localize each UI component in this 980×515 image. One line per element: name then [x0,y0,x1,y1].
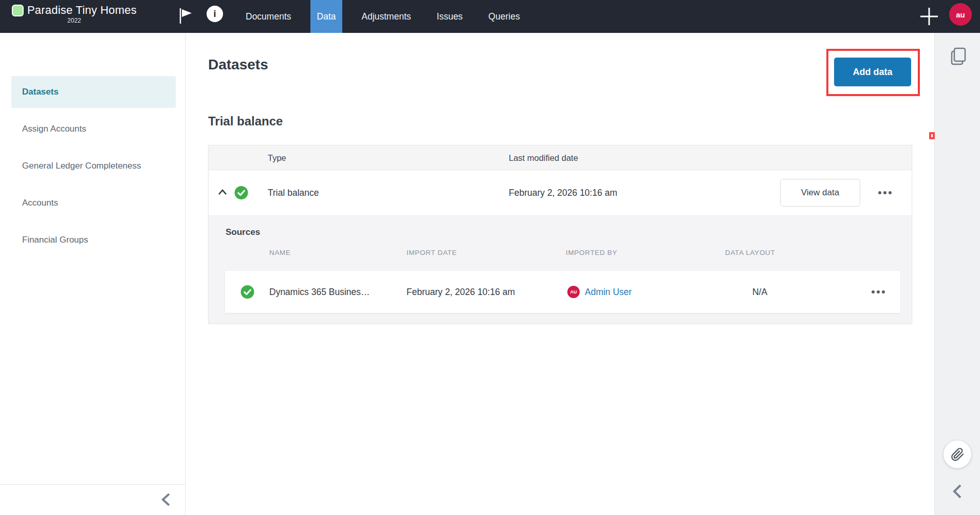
sidebar-item-datasets[interactable]: Datasets [11,76,176,108]
sources-title: Sources [226,227,260,237]
primary-nav: Documents Data Adjustments Issues Querie… [239,0,527,33]
annotation-flag-badge[interactable] [929,132,935,139]
paperclip-icon[interactable] [944,440,971,468]
column-header-last-modified: Last modified date [509,153,578,162]
collapse-chevron-up-icon[interactable] [217,187,228,198]
sidebar-item-label: Assign Accounts [22,124,86,134]
sidebar-item-label: Accounts [22,198,58,208]
engagement-year: 2022 [67,17,81,24]
sidebar-item-financial-groups[interactable]: Financial Groups [11,224,176,256]
status-success-icon [234,186,248,200]
panel-collapse-chevron-left-icon[interactable] [950,483,965,500]
more-options-icon[interactable] [873,191,897,194]
source-import-date-cell: February 2, 2026 10:16 am [406,287,515,298]
sidebar-item-general-ledger-completeness[interactable]: General Ledger Completeness [11,150,176,182]
imported-by-link[interactable]: Admin User [585,287,632,298]
top-navbar: Paradise Tiny Homes 2022 i Documents Dat… [0,0,980,33]
table-row: Trial balance February 2, 2026 10:16 am … [209,170,912,215]
source-name-cell: Dynamics 365 Busines… [269,287,370,298]
tab-adjustments[interactable]: Adjustments [355,0,417,33]
page-title: Datasets [208,57,268,73]
datasets-page: Datasets Add data Trial balance Type Las… [186,33,934,515]
user-avatar[interactable]: au [949,3,972,26]
tab-queries[interactable]: Queries [482,0,526,33]
sidebar-item-label: General Ledger Completeness [22,161,141,171]
flag-icon[interactable] [178,8,194,24]
data-layout-cell: N/A [725,287,794,298]
sidebar-item-label: Financial Groups [22,235,88,245]
sidebar-collapse-chevron-left-icon[interactable] [159,492,173,507]
status-success-icon [241,285,254,299]
more-options-icon[interactable] [866,290,890,293]
right-utility-panel [934,33,980,515]
add-data-button[interactable]: Add data [834,58,911,86]
column-header-type: Type [268,153,286,162]
sidebar-item-assign-accounts[interactable]: Assign Accounts [11,113,176,145]
dataset-type-cell: Trial balance [268,188,319,198]
column-header-import-date: IMPORT DATE [406,249,457,256]
sidebar-footer [0,484,185,515]
entity-logo-icon [12,5,24,16]
trial-balance-section-title: Trial balance [208,114,283,128]
engagement-brand[interactable]: Paradise Tiny Homes 2022 [12,4,137,24]
tab-issues[interactable]: Issues [430,0,470,33]
engagement-title: Paradise Tiny Homes [27,4,137,17]
sources-panel: Sources NAME IMPORT DATE IMPORTED BY DAT… [209,215,912,323]
view-data-button[interactable]: View data [780,179,860,207]
source-row: Dynamics 365 Busines… February 2, 2026 1… [225,271,900,313]
info-icon[interactable]: i [207,6,223,22]
tab-data[interactable]: Data [310,0,343,33]
data-sidebar: Datasets Assign Accounts General Ledger … [0,33,186,515]
column-header-imported-by: IMPORTED BY [566,249,617,256]
column-header-name: NAME [269,249,291,256]
datasets-table: Type Last modified date Trial balance Fe… [208,145,912,324]
copy-documents-icon[interactable] [949,47,968,66]
sidebar-menu: Datasets Assign Accounts General Ledger … [0,76,185,261]
tab-documents[interactable]: Documents [239,0,298,33]
sidebar-item-label: Datasets [22,87,59,97]
table-header-row: Type Last modified date [209,145,912,170]
imported-by-avatar: AU [567,286,580,298]
column-header-data-layout: DATA LAYOUT [725,249,775,256]
dataset-last-modified-cell: February 2, 2026 10:16 am [509,188,617,198]
sidebar-item-accounts[interactable]: Accounts [11,187,176,219]
plus-icon[interactable] [919,6,939,27]
